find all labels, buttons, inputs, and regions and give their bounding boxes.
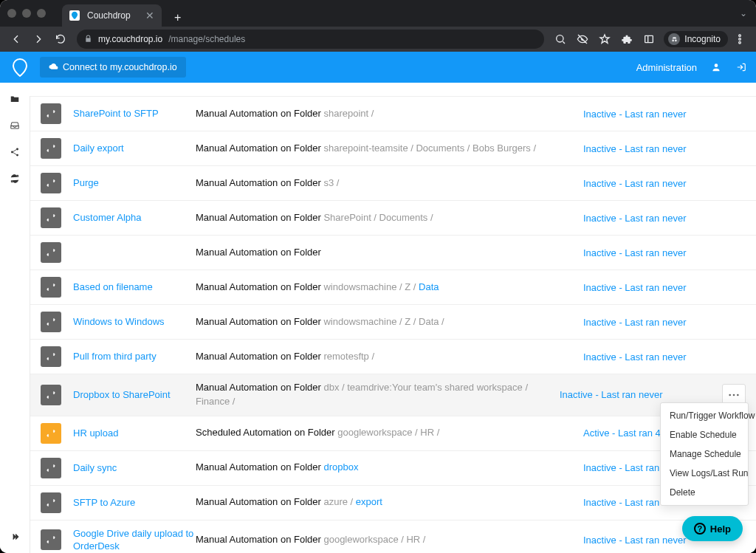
- header-right: Administration: [636, 61, 747, 73]
- tab-favicon-icon: [69, 10, 80, 21]
- brand-logo-icon[interactable]: [9, 56, 31, 78]
- schedule-name-link[interactable]: Dropbox to SharePoint: [61, 388, 196, 402]
- schedule-row[interactable]: HR uploadScheduled Automation on Folder …: [30, 416, 756, 451]
- sync-icon[interactable]: [9, 173, 21, 185]
- svg-point-13: [737, 394, 739, 396]
- incognito-label: Incognito: [684, 34, 721, 44]
- help-icon: ?: [694, 523, 706, 535]
- forward-button[interactable]: [28, 29, 49, 49]
- schedule-name-link[interactable]: Based on filename: [61, 281, 196, 294]
- browser-window: Couchdrop ✕ + ⌄ my.couchdrop.io/manage/s…: [0, 0, 756, 553]
- schedule-row[interactable]: Customer AlphaManual Automation on Folde…: [30, 201, 756, 236]
- schedules-list: SharePoint to SFTPManual Automation on F…: [30, 96, 756, 553]
- app-body: SharePoint to SFTPManual Automation on F…: [0, 83, 756, 553]
- help-label: Help: [710, 523, 731, 535]
- logout-icon[interactable]: [735, 61, 747, 73]
- schedule-name-link[interactable]: Google Drive daily upload to OrderDesk: [61, 527, 196, 553]
- back-button[interactable]: [6, 29, 27, 49]
- schedule-name-link[interactable]: Pull from third party: [61, 350, 196, 363]
- administration-link[interactable]: Administration: [636, 62, 697, 73]
- context-menu-item[interactable]: Manage Schedule: [661, 444, 748, 464]
- schedule-row[interactable]: SFTP to AzureManual Automation on Folder…: [30, 486, 756, 521]
- new-tab-button[interactable]: +: [169, 9, 187, 27]
- schedule-status: Inactive - Last ran never: [583, 178, 746, 189]
- schedule-status: Inactive - Last ran never: [583, 317, 746, 328]
- schedule-description: Manual Automation on Folder windowsmachi…: [196, 281, 583, 295]
- window-close-icon[interactable]: [7, 9, 16, 18]
- browser-menu-icon[interactable]: [729, 29, 750, 49]
- svg-point-4: [739, 35, 741, 37]
- reload-button[interactable]: [50, 29, 71, 49]
- connect-button[interactable]: Connect to my.couchdrop.io: [40, 57, 186, 78]
- sidebar: [0, 83, 30, 553]
- schedule-description: Manual Automation on Folder dbx / teamdr…: [196, 381, 560, 409]
- browser-toolbar: my.couchdrop.io/manage/schedules Incogni…: [0, 27, 756, 52]
- schedule-description: Manual Automation on Folder SharePoint /…: [196, 211, 583, 225]
- browser-tab[interactable]: Couchdrop ✕: [62, 4, 162, 27]
- schedule-name-link[interactable]: Daily export: [61, 142, 196, 155]
- schedule-row[interactable]: Pull from third partyManual Automation o…: [30, 340, 756, 374]
- bookmark-icon[interactable]: [594, 29, 615, 49]
- context-menu-item[interactable]: Delete: [661, 483, 748, 502]
- browser-tabstrip: Couchdrop ✕ +: [62, 0, 187, 27]
- expand-sidebar-icon[interactable]: [9, 531, 21, 543]
- schedules-content[interactable]: SharePoint to SFTPManual Automation on F…: [30, 83, 756, 553]
- schedule-row[interactable]: Manual Automation on FolderInactive - La…: [30, 236, 756, 270]
- browser-titlebar: Couchdrop ✕ + ⌄: [0, 0, 756, 27]
- schedule-row[interactable]: Windows to WindowsManual Automation on F…: [30, 305, 756, 340]
- window-controls[interactable]: [7, 9, 46, 18]
- panel-icon[interactable]: [639, 29, 659, 49]
- incognito-icon: [668, 33, 680, 45]
- schedule-name-link[interactable]: Customer Alpha: [61, 211, 196, 224]
- schedule-status: Inactive - Last ran never: [560, 389, 722, 400]
- schedule-description: Scheduled Automation on Folder googlewor…: [196, 426, 583, 440]
- schedule-row[interactable]: Dropbox to SharePointManual Automation o…: [30, 374, 756, 416]
- svg-point-0: [557, 35, 563, 42]
- schedule-status: Inactive - Last ran never: [583, 351, 746, 363]
- folder-icon[interactable]: [9, 93, 21, 105]
- tab-close-icon[interactable]: ✕: [145, 10, 154, 21]
- url-domain: my.couchdrop.io: [98, 34, 162, 44]
- transfer-icon: [41, 242, 61, 263]
- schedule-name-link[interactable]: Daily sync: [61, 461, 196, 475]
- schedule-name-link[interactable]: SharePoint to SFTP: [61, 107, 196, 120]
- incognito-badge: Incognito: [664, 31, 728, 47]
- schedule-description: Manual Automation on Folder sharepoint /: [196, 107, 583, 121]
- transfer-icon: [41, 529, 61, 550]
- schedule-name-link[interactable]: SFTP to Azure: [61, 496, 196, 509]
- schedule-name-link[interactable]: Purge: [61, 176, 196, 190]
- address-bar[interactable]: my.couchdrop.io/manage/schedules: [77, 30, 544, 49]
- schedule-row[interactable]: Daily syncManual Automation on Folder dr…: [30, 451, 756, 486]
- context-menu-item[interactable]: Run/Trigger Workflow: [661, 406, 748, 425]
- tab-title: Couchdrop: [87, 10, 131, 21]
- lock-icon: [84, 35, 92, 44]
- eye-off-icon[interactable]: [572, 29, 593, 49]
- transfer-icon: [41, 385, 61, 405]
- schedule-row[interactable]: SharePoint to SFTPManual Automation on F…: [30, 96, 756, 131]
- help-button[interactable]: ? Help: [682, 516, 743, 541]
- extensions-icon[interactable]: [616, 29, 637, 49]
- schedule-row[interactable]: PurgeManual Automation on Folder s3 /Ina…: [30, 166, 756, 201]
- context-menu-item[interactable]: Enable Schedule: [661, 425, 748, 444]
- schedule-description: Manual Automation on Folder remotesftp /: [196, 350, 583, 364]
- transfer-icon: [41, 173, 61, 193]
- window-maximize-icon[interactable]: [37, 9, 46, 18]
- schedule-row[interactable]: Based on filenameManual Automation on Fo…: [30, 270, 756, 305]
- share-icon[interactable]: [9, 146, 21, 158]
- schedule-description: Manual Automation on Folder dropbox: [196, 461, 583, 475]
- schedule-status: Inactive - Last ran never: [583, 143, 746, 154]
- window-minimize-icon[interactable]: [22, 9, 31, 18]
- schedule-name-link[interactable]: HR upload: [61, 427, 196, 440]
- schedule-description: Manual Automation on Folder windowsmachi…: [196, 315, 583, 329]
- schedule-row[interactable]: Daily exportManual Automation on Folder …: [30, 131, 756, 166]
- svg-point-10: [16, 154, 18, 157]
- inbox-icon[interactable]: [9, 120, 21, 131]
- schedule-name-link[interactable]: Windows to Windows: [61, 315, 196, 329]
- transfer-icon: [41, 277, 61, 298]
- schedule-row[interactable]: Google Drive daily upload to OrderDeskMa…: [30, 521, 756, 553]
- user-icon[interactable]: [710, 61, 722, 73]
- context-menu-item[interactable]: View Logs/Last Run: [661, 464, 748, 483]
- schedule-status: Inactive - Last ran never: [583, 109, 746, 120]
- titlebar-chevron-icon[interactable]: ⌄: [740, 8, 747, 18]
- zoom-icon[interactable]: [550, 29, 571, 49]
